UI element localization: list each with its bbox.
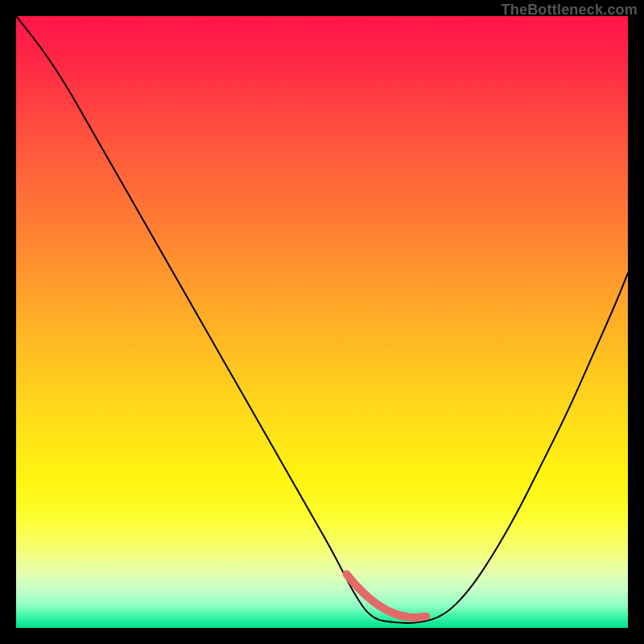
bottleneck-curve — [16, 16, 628, 623]
curve-line — [16, 16, 628, 623]
plot-area — [16, 16, 628, 628]
chart-frame: TheBottleneck.com — [0, 0, 644, 644]
optimal-region-marker — [346, 574, 426, 617]
curve-svg — [16, 16, 628, 628]
optimal-marker-line — [346, 574, 426, 617]
